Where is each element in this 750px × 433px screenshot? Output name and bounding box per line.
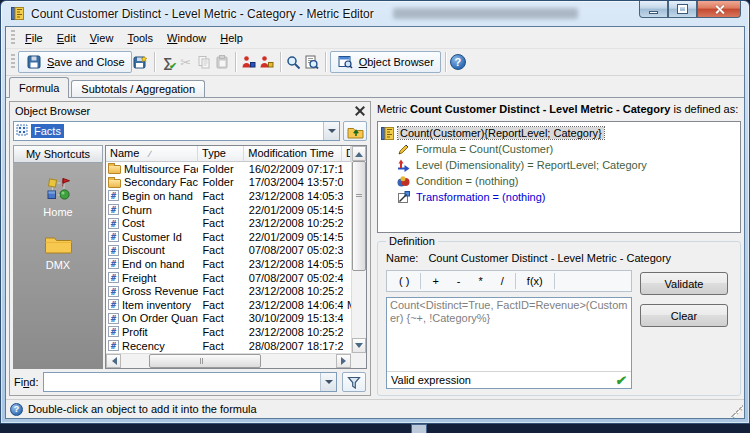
minimize-button[interactable] [639, 1, 668, 18]
shortcut-home[interactable]: Home [43, 177, 72, 218]
validate-icon[interactable]: ∑ ✔ [159, 52, 177, 72]
copy-icon[interactable] [195, 52, 213, 72]
tab-subtotals-aggregation[interactable]: Subtotals / Aggregation [71, 80, 205, 98]
close-button[interactable] [697, 1, 741, 18]
fact-list-row[interactable]: Item inventory Fact 23/12/2008 14:06:40 … [106, 298, 351, 312]
paste-icon[interactable] [213, 52, 231, 72]
validate-button[interactable]: Validate [640, 272, 728, 295]
arrow-right-icon [341, 357, 350, 365]
horizontal-scrollbar[interactable] [106, 353, 351, 368]
fact-name: On Order Quantity [122, 312, 198, 324]
tree-item[interactable]: Transformation = (nothing) [396, 189, 738, 205]
fact-list-row[interactable]: Churn Fact 22/01/2009 05:14:55 [106, 203, 351, 217]
fact-list-row[interactable]: Begin on hand Fact 23/12/2008 14:05:32 [106, 189, 351, 203]
menubar-grip[interactable] [11, 30, 15, 46]
scroll-left-button[interactable] [106, 354, 121, 368]
operator-button-6[interactable]: f(x) [518, 273, 552, 289]
fact-list-row[interactable]: On Order Quantity Fact 30/10/2009 15:13:… [106, 312, 351, 326]
formula-box: Count<Distinct=True, FactID=Revenue>(Cus… [386, 297, 632, 389]
filter-button[interactable] [342, 372, 366, 392]
fact-list-row[interactable]: Gross Revenue Fact 23/12/2008 10:25:27 [106, 284, 351, 298]
save-as-icon[interactable] [132, 52, 150, 72]
object-browser-panel-header: Object Browser [10, 102, 370, 119]
fact-list-row[interactable]: Profit Fact 23/12/2008 10:25:28 [106, 325, 351, 339]
vertical-scroll-thumb[interactable] [352, 161, 366, 271]
fact-list-row[interactable]: Recency Fact 28/08/2007 18:17:22 [106, 339, 351, 353]
vertical-scroll-track[interactable] [352, 161, 366, 338]
status-bar-text: Double-click an object to add it into th… [28, 403, 257, 415]
scroll-up-button[interactable] [352, 146, 366, 161]
find-dropdown-button[interactable] [320, 373, 336, 391]
panel-close-icon[interactable] [355, 106, 365, 116]
menu-item[interactable]: File [18, 30, 50, 46]
my-shortcuts-header[interactable]: My Shortcuts [13, 145, 103, 163]
resize-grip[interactable] [731, 405, 743, 417]
menu-item[interactable]: Help [213, 30, 250, 46]
help-icon[interactable]: ? [450, 54, 466, 70]
status-bar: ? Double-click an object to add it into … [6, 399, 744, 418]
tree-item[interactable]: Condition = (nothing) [396, 173, 738, 189]
fact-list-row[interactable]: Cost Fact 23/12/2008 10:25:27 [106, 216, 351, 230]
column-header-name[interactable]: Name∕ [106, 146, 198, 162]
fact-modification-time: 22/01/2009 05:14:55 [245, 204, 343, 216]
metric-header-prefix: Metric [377, 103, 407, 115]
restore-button[interactable] [668, 1, 697, 18]
folder-icon [44, 234, 72, 256]
window-title: Count Customer Distinct - Level Metric -… [31, 7, 374, 21]
object-browser-panel-title: Object Browser [15, 105, 90, 117]
fact-list-row[interactable]: Freight Fact 07/08/2007 05:02:40 [106, 271, 351, 285]
fact-list-row[interactable]: Customer Id Fact 22/01/2009 05:14:55 [106, 230, 351, 244]
fact-modification-time: 23/12/2008 10:25:27 [245, 285, 343, 297]
toolbar-grip-1[interactable] [11, 54, 15, 70]
operator-button-4[interactable]: * [470, 273, 492, 289]
metric-app-icon [8, 4, 26, 24]
vertical-scrollbar[interactable] [351, 146, 366, 353]
formula-editor[interactable]: Count<Distinct=True, FactID=Revenue>(Cus… [387, 298, 631, 371]
preview-icon[interactable] [303, 52, 321, 72]
column-header-type[interactable]: Type [198, 146, 244, 162]
tab-bar: Formula Subtotals / Aggregation [6, 76, 744, 98]
combo-dropdown-button[interactable] [323, 122, 339, 140]
fact-list-row[interactable]: Multisource Facts Folder 16/02/2009 07:1… [106, 162, 351, 176]
menu-item[interactable]: View [83, 30, 121, 46]
fact-name: Freight [122, 272, 156, 284]
horizontal-scroll-thumb[interactable] [149, 354, 261, 368]
scrollbar-corner [351, 353, 366, 368]
red-blue-figure-icon[interactable] [258, 52, 276, 72]
operator-button-2[interactable]: + [423, 273, 447, 289]
find-input[interactable] [43, 372, 337, 392]
tree-item[interactable]: Level (Dimensionality) = ReportLevel; Ca… [396, 157, 738, 173]
tree-item[interactable]: Formula = Count(Customer) [396, 141, 738, 157]
fact-list-row[interactable]: Secondary Facts Folder 17/03/2004 13:57:… [106, 176, 351, 190]
fact-list-row[interactable]: End on hand Fact 23/12/2008 14:05:59 [106, 257, 351, 271]
operator-separator [515, 273, 516, 289]
fact-name: Customer Id [122, 231, 182, 243]
location-combo[interactable]: Facts [13, 121, 340, 141]
operator-button-3[interactable]: - [448, 273, 470, 289]
folder-up-button[interactable] [343, 121, 367, 141]
column-header-modification-time[interactable]: Modification Time [244, 146, 342, 162]
list-header: Name∕ Type Modification Time De [106, 146, 351, 162]
scroll-down-button[interactable] [352, 338, 366, 353]
clear-button[interactable]: Clear [640, 304, 728, 327]
save-and-close-button[interactable]: Save and Close [18, 51, 132, 73]
titlebar[interactable]: Count Customer Distinct - Level Metric -… [1, 1, 749, 26]
menu-item[interactable]: Edit [50, 30, 83, 46]
operator-button-1[interactable]: ( ) [390, 273, 418, 289]
red-figure-icon[interactable] [240, 52, 258, 72]
scroll-right-button[interactable] [336, 354, 351, 368]
object-browser-button[interactable]: Object Browser [330, 51, 441, 73]
fact-modification-time: 30/10/2009 15:13:49 [245, 312, 343, 324]
column-header-de[interactable]: De [342, 146, 351, 162]
menu-item[interactable]: Window [160, 30, 213, 46]
shortcut-dmx[interactable]: DMX [44, 234, 72, 271]
tab-formula[interactable]: Formula [9, 77, 69, 98]
tree-item[interactable]: Count(Customer){ReportLevel; Category} [380, 125, 738, 141]
zoom-icon[interactable] [285, 52, 303, 72]
cut-icon[interactable]: ✂ [177, 52, 195, 72]
fact-list-row[interactable]: Discount Fact 07/08/2007 05:02:39 [106, 244, 351, 258]
menu-item[interactable]: Tools [120, 30, 160, 46]
operator-separator [420, 273, 421, 289]
horizontal-scroll-track[interactable] [121, 354, 336, 368]
operator-button-5[interactable]: / [492, 273, 513, 289]
